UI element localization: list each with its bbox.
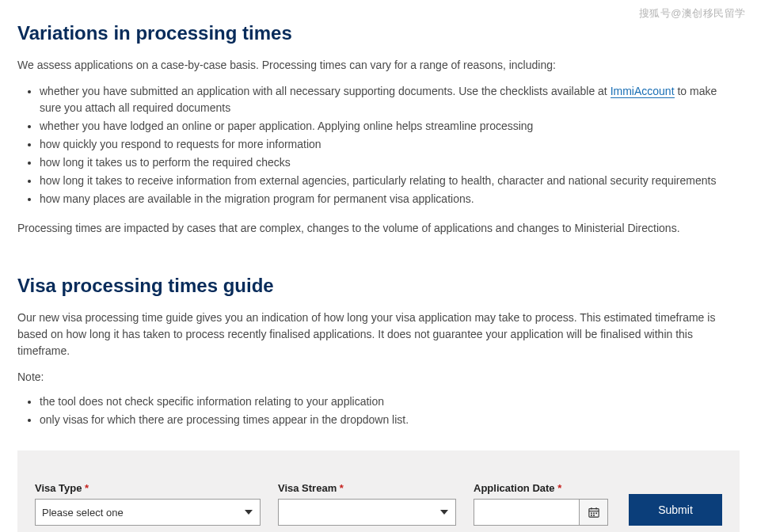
- svg-rect-4: [591, 512, 592, 514]
- visa-type-label: Visa Type *: [35, 482, 261, 494]
- date-input-group: [474, 499, 608, 526]
- application-date-field: Application Date *: [474, 482, 608, 526]
- list-item: the tool does not check specific informa…: [40, 393, 740, 410]
- visa-stream-select[interactable]: [278, 499, 456, 526]
- list-item: how long it takes to receive information…: [40, 173, 740, 189]
- intro-paragraph-1: We assess applications on a case-by-case…: [17, 57, 740, 74]
- visa-type-select-wrap[interactable]: Please select one: [35, 499, 261, 526]
- label-text: Application Date: [474, 482, 557, 494]
- date-picker-button[interactable]: [580, 499, 608, 526]
- list-item: how many places are available in the mig…: [40, 191, 740, 207]
- outro-paragraph-1: Processing times are impacted by cases t…: [17, 220, 740, 237]
- heading-variations: Variations in processing times: [17, 22, 740, 44]
- label-text: Visa Stream: [278, 482, 340, 494]
- reasons-list: whether you have submitted an applicatio…: [40, 83, 740, 207]
- list-text: whether you have submitted an applicatio…: [40, 85, 611, 97]
- list-item: only visas for which there are processin…: [40, 412, 740, 428]
- guide-form: Visa Type * Please select one Visa Strea…: [17, 450, 740, 532]
- required-mark: *: [557, 482, 561, 494]
- required-mark: *: [85, 482, 89, 494]
- list-item: whether you have submitted an applicatio…: [40, 83, 740, 116]
- visa-stream-label: Visa Stream *: [278, 482, 456, 494]
- immiaccount-link[interactable]: ImmiAccount: [611, 85, 675, 98]
- notes-list: the tool does not check specific informa…: [40, 393, 740, 428]
- visa-type-select[interactable]: Please select one: [35, 499, 261, 526]
- svg-rect-8: [593, 515, 595, 516]
- svg-rect-6: [595, 512, 597, 514]
- heading-guide: Visa processing times guide: [17, 275, 740, 297]
- visa-stream-select-wrap[interactable]: [278, 499, 456, 526]
- visa-type-field: Visa Type * Please select one: [35, 482, 261, 526]
- note-label: Note:: [17, 369, 740, 386]
- watermark-text: 搜狐号@澳创移民留学: [639, 6, 746, 21]
- application-date-label: Application Date *: [474, 482, 608, 494]
- label-text: Visa Type: [35, 482, 85, 494]
- calendar-icon: [588, 507, 599, 518]
- list-item: how quickly you respond to requests for …: [40, 136, 740, 153]
- list-item: whether you have lodged an online or pap…: [40, 118, 740, 135]
- intro-paragraph-2: Our new visa processing time guide gives…: [17, 310, 740, 359]
- svg-rect-7: [591, 515, 592, 516]
- required-mark: *: [340, 482, 344, 494]
- submit-button[interactable]: Submit: [629, 494, 722, 526]
- visa-stream-field: Visa Stream *: [278, 482, 456, 526]
- page-content: Variations in processing times We assess…: [0, 0, 757, 532]
- submit-area: Submit: [629, 494, 722, 526]
- svg-rect-5: [593, 512, 595, 514]
- list-item: how long it takes us to perform the requ…: [40, 154, 740, 171]
- application-date-input[interactable]: [474, 499, 580, 526]
